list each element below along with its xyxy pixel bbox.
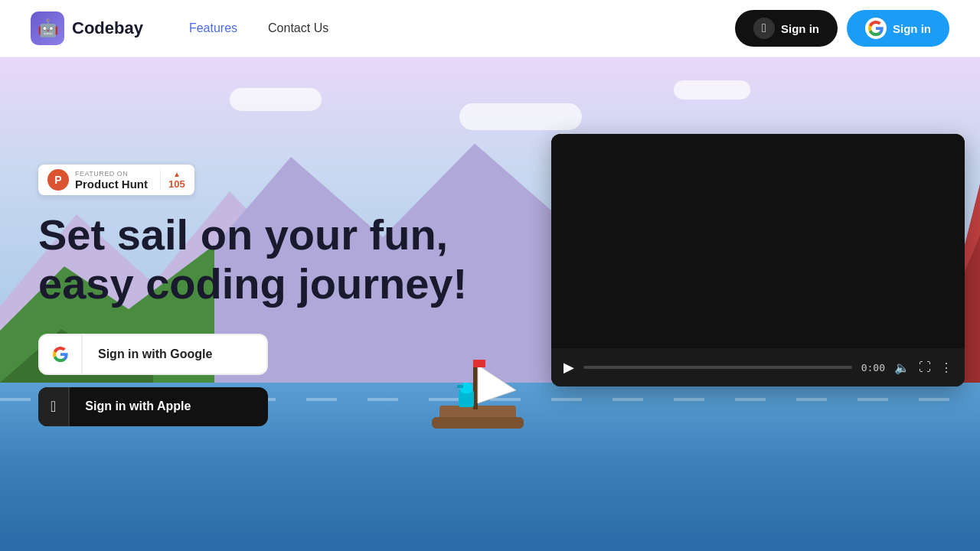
hero-content: P FEATURED ON Product Hunt ▲ 105 Set sai… [38, 165, 467, 426]
ph-name: Product Hunt [75, 178, 148, 191]
cloud-1 [230, 88, 322, 111]
nav-features-link[interactable]: Features [189, 21, 237, 35]
video-progress-bar[interactable] [583, 366, 852, 369]
logo-text: Codebay [72, 18, 143, 38]
nav-signin-apple-button[interactable]:  Sign in [735, 10, 838, 47]
logo-link[interactable]: 🤖 Codebay [31, 11, 143, 45]
apple-icon-hero:  [38, 387, 70, 426]
google-icon [865, 18, 887, 39]
hero-signin-apple-button[interactable]:  Sign in with Apple [38, 387, 268, 426]
fullscreen-button[interactable]: ⛶ [919, 360, 931, 374]
hero-title: Set sail on your fun, easy coding journe… [38, 210, 467, 309]
signin-apple-label: Sign in with Apple [70, 389, 206, 424]
apple-icon:  [753, 18, 775, 39]
product-hunt-icon: P [47, 169, 69, 191]
ph-featured-label: FEATURED ON [75, 170, 148, 178]
nav-links: Features Contact Us [189, 21, 328, 35]
logo-icon: 🤖 [31, 11, 64, 45]
video-controls: ▶ 0:00 🔈 ⛶ ⋮ [551, 348, 965, 386]
svg-marker-3 [478, 365, 516, 403]
signin-google-label: Sign in with Google [83, 337, 227, 372]
google-icon-hero [40, 335, 83, 373]
video-time: 0:00 [861, 362, 885, 373]
navbar: 🤖 Codebay Features Contact Us  Sign in … [0, 0, 980, 57]
ph-count: ▲ 105 [160, 170, 185, 190]
svg-rect-4 [473, 360, 485, 367]
video-player: ▶ 0:00 🔈 ⛶ ⋮ [551, 134, 965, 386]
mute-button[interactable]: 🔈 [894, 360, 910, 375]
video-screen [551, 134, 965, 348]
nav-signin-buttons:  Sign in Sign in [735, 10, 949, 47]
cloud-2 [459, 103, 582, 130]
nav-contact-link[interactable]: Contact Us [268, 21, 328, 35]
nav-signin-google-button[interactable]: Sign in [847, 10, 949, 47]
play-button[interactable]: ▶ [564, 359, 574, 376]
product-hunt-badge[interactable]: P FEATURED ON Product Hunt ▲ 105 [38, 165, 194, 195]
more-options-button[interactable]: ⋮ [940, 360, 952, 375]
cloud-3 [674, 80, 750, 99]
hero-signin-google-button[interactable]: Sign in with Google [38, 334, 268, 375]
hero-section: P FEATURED ON Product Hunt ▲ 105 Set sai… [0, 57, 980, 551]
